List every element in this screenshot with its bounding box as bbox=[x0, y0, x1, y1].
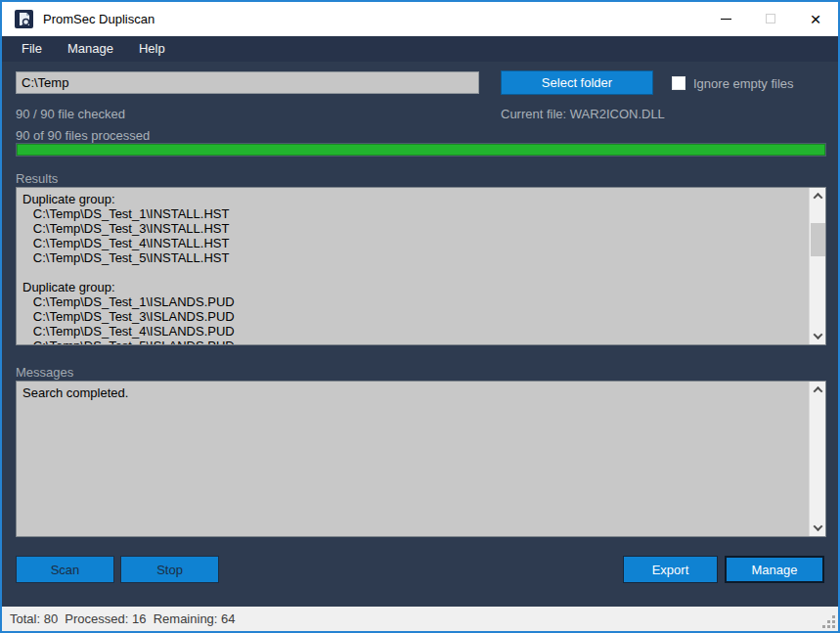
app-icon[interactable] bbox=[15, 10, 33, 28]
results-scrollbar-thumb[interactable] bbox=[811, 223, 825, 256]
files-checked-text: 90 / 90 file checked bbox=[16, 107, 125, 121]
messages-scrollbar[interactable] bbox=[809, 382, 825, 536]
progress-bar bbox=[16, 143, 826, 157]
stop-button[interactable]: Stop bbox=[120, 556, 219, 583]
progress-fill bbox=[17, 144, 825, 156]
results-label: Results bbox=[16, 171, 58, 186]
folder-path-input[interactable] bbox=[16, 71, 479, 94]
resize-grip-icon[interactable] bbox=[822, 615, 835, 628]
minimize-button[interactable] bbox=[703, 2, 748, 35]
ignore-empty-label: Ignore empty files bbox=[693, 76, 794, 91]
menu-file[interactable]: File bbox=[9, 36, 55, 62]
close-button[interactable]: × bbox=[793, 2, 838, 35]
status-bar: Total: 80 Processed: 16 Remaining: 64 bbox=[2, 607, 838, 631]
menu-help[interactable]: Help bbox=[126, 36, 178, 62]
scroll-up-icon[interactable] bbox=[810, 382, 826, 398]
maximize-icon bbox=[766, 14, 775, 23]
menu-bar: File Manage Help bbox=[2, 36, 838, 62]
menu-manage[interactable]: Manage bbox=[55, 36, 126, 62]
window-title: PromSec Dupliscan bbox=[43, 2, 155, 36]
scroll-down-icon[interactable] bbox=[810, 520, 826, 536]
ignore-empty-checkbox[interactable] bbox=[672, 76, 685, 90]
results-listbox[interactable]: Duplicate group: C:\Temp\DS_Test_1\INSTA… bbox=[16, 187, 826, 345]
title-bar: PromSec Dupliscan × bbox=[2, 2, 838, 36]
files-processed-text: 90 of 90 files processed bbox=[16, 128, 150, 143]
current-file-text: Current file: WAR2ICON.DLL bbox=[501, 107, 665, 121]
select-folder-button[interactable]: Select folder bbox=[501, 70, 653, 95]
scan-button[interactable]: Scan bbox=[16, 556, 114, 583]
export-button[interactable]: Export bbox=[623, 556, 718, 583]
minimize-icon bbox=[721, 19, 731, 20]
app-window: PromSec Dupliscan × File Manage Help Sel… bbox=[0, 0, 840, 633]
messages-label: Messages bbox=[16, 365, 73, 380]
scroll-up-icon[interactable] bbox=[810, 188, 826, 204]
results-lines: Duplicate group: C:\Temp\DS_Test_1\INSTA… bbox=[22, 192, 806, 344]
messages-lines: Search completed. bbox=[22, 385, 806, 536]
close-icon: × bbox=[810, 10, 820, 28]
scroll-down-icon[interactable] bbox=[810, 328, 826, 344]
main-content: Select folder Ignore empty files 90 / 90… bbox=[2, 62, 838, 607]
maximize-button bbox=[748, 2, 793, 35]
results-scrollbar[interactable] bbox=[809, 188, 825, 344]
messages-box[interactable]: Search completed. bbox=[16, 381, 826, 537]
statusbar-text: Total: 80 Processed: 16 Remaining: 64 bbox=[10, 607, 236, 631]
manage-button[interactable]: Manage bbox=[725, 556, 824, 583]
